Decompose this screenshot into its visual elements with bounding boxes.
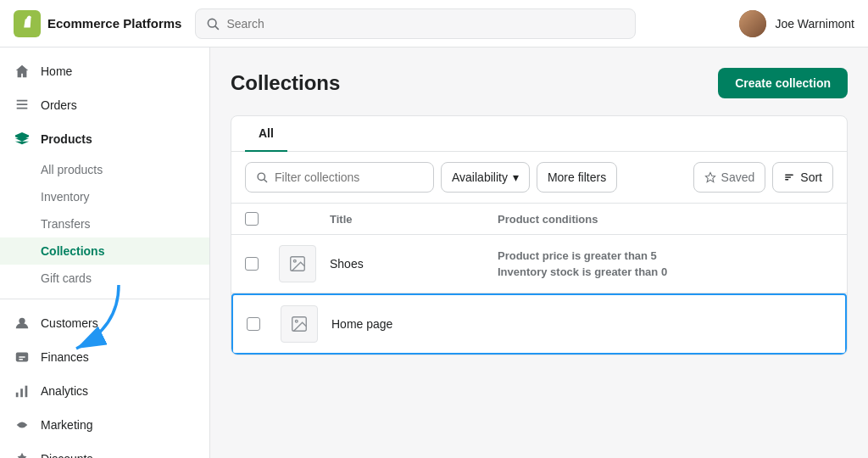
topbar-right: Joe Warnimont <box>739 10 854 37</box>
sidebar-sub-label-gift-cards: Gift cards <box>41 271 92 285</box>
avatar-image <box>739 10 766 37</box>
main-layout: Home Orders Products All products Invent… <box>0 47 868 458</box>
saved-filter-button[interactable]: Saved <box>693 162 766 193</box>
availability-filter-label: Availability <box>452 170 508 184</box>
row-check-col-homepage <box>247 317 281 331</box>
sidebar-sub-label-all-products: All products <box>41 163 103 176</box>
topbar: Ecommerce Platforms Joe Warnimont <box>0 0 868 47</box>
shoes-conditions: Product price is greater than 5 Inventor… <box>498 249 667 279</box>
sidebar-sub-inventory[interactable]: Inventory <box>0 183 209 210</box>
sort-icon <box>783 171 795 183</box>
row-check-col-shoes <box>245 257 279 271</box>
sidebar-sub-all-products[interactable]: All products <box>0 156 209 183</box>
svg-rect-5 <box>20 388 23 397</box>
sidebar-sub-transfers[interactable]: Transfers <box>0 210 209 237</box>
page-title: Collections <box>231 71 340 95</box>
image-placeholder-icon <box>288 254 307 273</box>
brand-name: Ecommerce Platforms <box>47 16 181 31</box>
search-icon <box>206 17 220 31</box>
filter-search-input[interactable] <box>275 170 423 184</box>
customers-icon <box>14 315 31 332</box>
sidebar-label-marketing: Marketing <box>41 418 92 432</box>
filters-bar: Availability ▾ More filters Saved <box>231 152 847 204</box>
homepage-title: Home page <box>331 317 392 331</box>
svg-point-11 <box>293 260 296 262</box>
main-content: Collections Create collection All <box>210 47 868 458</box>
home-icon <box>14 63 31 80</box>
table-row-highlighted[interactable]: Home page <box>231 293 847 355</box>
search-input[interactable] <box>226 17 625 31</box>
star-icon <box>704 171 716 183</box>
sort-label: Sort <box>800 170 822 184</box>
sidebar-label-analytics: Analytics <box>41 384 88 398</box>
sidebar-item-marketing[interactable]: Marketing <box>0 408 209 442</box>
sidebar-sub-label-collections: Collections <box>41 244 104 258</box>
filter-search-icon <box>256 171 268 183</box>
svg-point-2 <box>19 318 25 324</box>
row-title-shoes: Shoes <box>330 257 498 271</box>
sidebar-item-orders[interactable]: Orders <box>0 88 209 122</box>
sidebar-divider-1 <box>0 299 209 299</box>
sidebar-sub-label-transfers: Transfers <box>41 217 91 231</box>
sidebar-item-products[interactable]: Products <box>0 122 209 156</box>
shopify-logo-icon <box>14 10 41 37</box>
sidebar-label-discounts: Discounts <box>41 452 92 458</box>
discounts-icon <box>14 450 31 458</box>
sidebar-label-orders: Orders <box>41 98 77 112</box>
orders-icon <box>14 97 31 114</box>
sort-button[interactable]: Sort <box>772 162 833 193</box>
sidebar-sub-label-inventory: Inventory <box>41 190 90 204</box>
sidebar-item-home[interactable]: Home <box>0 54 209 88</box>
sidebar-label-finances: Finances <box>41 350 89 364</box>
header-conditions-col: Product conditions <box>498 213 833 226</box>
svg-point-13 <box>295 320 298 322</box>
row-img-col-homepage <box>281 305 331 343</box>
select-all-checkbox[interactable] <box>245 212 259 226</box>
filter-search[interactable] <box>245 162 434 193</box>
products-icon <box>14 131 31 148</box>
avatar[interactable] <box>739 10 766 37</box>
finances-icon <box>14 349 31 366</box>
tabs: All <box>231 116 847 152</box>
row-checkbox-shoes[interactable] <box>245 257 259 271</box>
sidebar-item-finances[interactable]: Finances <box>0 340 209 374</box>
availability-chevron-icon: ▾ <box>513 170 519 184</box>
sidebar-label-products: Products <box>41 132 92 146</box>
analytics-icon <box>14 383 31 399</box>
brand-logo[interactable]: Ecommerce Platforms <box>14 10 181 37</box>
table-header: Title Product conditions <box>231 204 847 235</box>
svg-rect-4 <box>16 393 19 397</box>
header-check-col <box>245 212 279 226</box>
sidebar-item-discounts[interactable]: Discounts <box>0 442 209 458</box>
availability-filter-button[interactable]: Availability ▾ <box>441 162 530 193</box>
image-placeholder-icon-2 <box>290 315 309 333</box>
search-bar[interactable] <box>195 8 636 39</box>
row-img-col-shoes <box>279 245 330 282</box>
sidebar: Home Orders Products All products Invent… <box>0 47 210 458</box>
svg-marker-9 <box>705 172 715 182</box>
create-collection-button[interactable]: Create collection <box>718 68 848 98</box>
row-checkbox-homepage[interactable] <box>247 317 260 331</box>
sidebar-sub-gift-cards[interactable]: Gift cards <box>0 265 209 292</box>
more-filters-button[interactable]: More filters <box>537 162 617 193</box>
sidebar-label-customers: Customers <box>41 316 98 330</box>
page-header: Collections Create collection <box>231 68 848 98</box>
shoes-title: Shoes <box>330 257 364 271</box>
saved-filter-label: Saved <box>721 170 755 184</box>
table-row[interactable]: Shoes Product price is greater than 5 In… <box>231 235 847 293</box>
header-title-col: Title <box>330 213 498 226</box>
sidebar-label-home: Home <box>41 64 72 78</box>
homepage-thumbnail <box>281 305 318 343</box>
row-conditions-shoes: Product price is greater than 5 Inventor… <box>498 248 833 281</box>
marketing-icon <box>14 416 31 433</box>
more-filters-label: More filters <box>548 170 606 184</box>
username: Joe Warnimont <box>775 17 854 31</box>
shoes-thumbnail <box>279 245 316 282</box>
row-title-homepage: Home page <box>331 317 498 331</box>
tab-all-label: All <box>259 126 274 140</box>
sidebar-item-analytics[interactable]: Analytics <box>0 374 209 408</box>
sidebar-sub-collections[interactable]: Collections <box>0 237 209 265</box>
tab-all[interactable]: All <box>245 116 287 152</box>
sidebar-item-customers[interactable]: Customers <box>0 306 209 340</box>
collections-card: All Availability ▾ More filters <box>231 115 848 355</box>
